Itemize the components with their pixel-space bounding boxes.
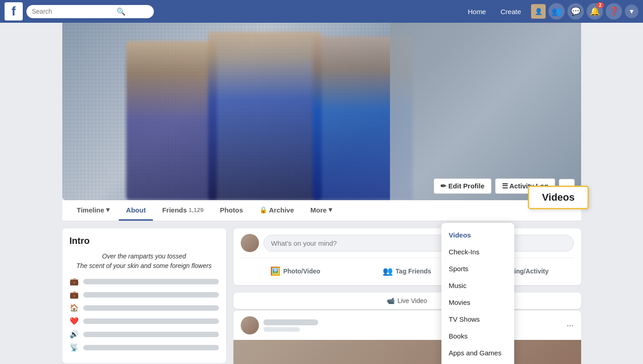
- top-navigation: f 🔍 Home Create 👤 👥 💬 🔔 2 ❓ ▼: [0, 0, 643, 23]
- intro-title: Intro: [70, 236, 219, 246]
- dropdown-item-likes[interactable]: Likes: [441, 361, 514, 364]
- profile-tabs-bar: Timeline ▾ About Friends 1,129 Photos 🔒 …: [62, 200, 581, 221]
- page-wrap: ✏ Edit Profile ☰ Activity Log ··· Timeli…: [0, 0, 643, 364]
- tab-archive[interactable]: 🔒 Archive: [252, 201, 301, 221]
- feed-post-user: [241, 316, 318, 334]
- intro-row-6: 📡: [70, 343, 219, 352]
- heart-icon: ❤️: [70, 317, 79, 325]
- intro-work-blur: [83, 279, 219, 284]
- tab-friends-label: Friends: [162, 206, 187, 214]
- tab-more-label: More: [310, 206, 327, 214]
- search-bar[interactable]: 🔍: [26, 5, 154, 18]
- dropdown-item-music[interactable]: Music: [441, 277, 514, 294]
- videos-tooltip-label: Videos: [542, 192, 575, 203]
- intro-row-4: ❤️: [70, 317, 219, 325]
- dropdown-item-sports[interactable]: Sports: [441, 260, 514, 277]
- cover-figure-1: [126, 41, 217, 200]
- dropdown-item-checkins[interactable]: Check-Ins: [441, 243, 514, 260]
- photo-video-label: Photo/Video: [283, 268, 320, 275]
- cover-bg-right: [390, 23, 581, 200]
- friends-icon-btn[interactable]: 👥: [548, 3, 565, 20]
- photo-icon: 🖼️: [270, 266, 280, 276]
- nav-icons: 👤 👥 💬 🔔 2 ❓ ▼: [531, 3, 638, 20]
- cover-figure-2: [208, 32, 322, 200]
- rss-icon: 📡: [70, 343, 79, 352]
- facebook-logo: f: [5, 2, 23, 20]
- tag-icon: 👥: [383, 266, 393, 276]
- lock-icon: 🔒: [259, 206, 267, 213]
- feed-time-blur: [263, 327, 300, 332]
- briefcase2-icon: 💼: [70, 290, 79, 299]
- home-icon: 🏠: [70, 303, 79, 312]
- dropdown-item-apps[interactable]: Apps and Games: [441, 344, 514, 361]
- help-icon-btn[interactable]: ❓: [606, 3, 622, 20]
- chevron-more-icon: ▾: [329, 206, 332, 214]
- intro-relationship-blur: [83, 318, 219, 324]
- feed-post-thumbnail: [233, 340, 581, 364]
- chevron-down-icon: ▾: [106, 206, 110, 214]
- tab-timeline-label: Timeline: [77, 206, 105, 214]
- cover-photo: ✏ Edit Profile ☰ Activity Log ···: [62, 23, 581, 200]
- tab-about-label: About: [126, 206, 146, 214]
- feed-username-blur: [263, 319, 318, 325]
- intro-row-5: 🔊: [70, 330, 219, 339]
- nav-create[interactable]: Create: [494, 4, 527, 19]
- intro-row-1: 💼: [70, 277, 219, 286]
- account-dropdown-btn[interactable]: ▼: [625, 5, 638, 18]
- intro-bio: Over the ramparts you tossed The scent o…: [70, 252, 219, 271]
- search-icon[interactable]: 🔍: [116, 7, 126, 16]
- volume-icon: 🔊: [70, 330, 79, 339]
- tab-about[interactable]: About: [119, 201, 153, 221]
- tag-friends-label: Tag Friends: [395, 268, 431, 275]
- briefcase-icon: 💼: [70, 277, 79, 286]
- photo-video-button[interactable]: 🖼️ Photo/Video: [241, 263, 350, 280]
- dropdown-item-tvshows[interactable]: TV Shows: [441, 311, 514, 328]
- feed-user-info: [263, 319, 318, 332]
- create-post-row: [241, 234, 574, 252]
- intro-bio-line1: Over the ramparts you tossed: [102, 253, 186, 260]
- more-dropdown: Videos Check-Ins Sports Music Movies TV …: [441, 223, 514, 364]
- dropdown-item-books[interactable]: Books: [441, 328, 514, 344]
- videos-tooltip: Videos: [528, 186, 589, 209]
- account-avatar[interactable]: 👤: [531, 4, 546, 19]
- create-post-card: 🖼️ Photo/Video 👥 Tag Friends 😊 Feeling/A…: [233, 228, 581, 285]
- search-input[interactable]: [32, 8, 114, 15]
- live-icon: 📹: [387, 297, 395, 304]
- live-video-row[interactable]: 📹 Live Video: [233, 293, 581, 309]
- nav-home[interactable]: Home: [461, 4, 492, 19]
- intro-home-blur: [83, 305, 219, 311]
- edit-profile-button[interactable]: ✏ Edit Profile: [434, 178, 491, 194]
- cover-section: ✏ Edit Profile ☰ Activity Log ··· Timeli…: [62, 23, 581, 221]
- tab-timeline[interactable]: Timeline ▾: [70, 200, 117, 221]
- feed-post-header: ···: [233, 311, 581, 340]
- feed-avatar: [241, 316, 259, 334]
- profile-tabs: Timeline ▾ About Friends 1,129 Photos 🔒 …: [62, 200, 581, 221]
- intro-work2-blur: [83, 292, 219, 298]
- post-input[interactable]: [263, 235, 574, 252]
- intro-row-3: 🏠: [70, 303, 219, 312]
- tab-photos[interactable]: Photos: [213, 201, 250, 221]
- dropdown-item-movies[interactable]: Movies: [441, 294, 514, 311]
- tab-photos-label: Photos: [220, 206, 243, 214]
- live-video-label: Live Video: [397, 297, 427, 304]
- tab-friends[interactable]: Friends 1,129: [155, 201, 211, 221]
- nav-links: Home Create: [461, 4, 527, 19]
- notification-badge: 2: [597, 2, 604, 8]
- messenger-icon-btn[interactable]: 💬: [567, 3, 584, 20]
- tab-friends-count: 1,129: [189, 207, 204, 213]
- right-column: 🖼️ Photo/Video 👥 Tag Friends 😊 Feeling/A…: [233, 228, 581, 364]
- post-actions: 🖼️ Photo/Video 👥 Tag Friends 😊 Feeling/A…: [241, 258, 574, 280]
- tab-archive-label: Archive: [269, 206, 294, 214]
- intro-card: Intro Over the ramparts you tossed The s…: [62, 228, 226, 364]
- dropdown-item-videos[interactable]: Videos: [441, 227, 514, 243]
- intro-bio-line2: The scent of your skin and some foreign …: [76, 262, 212, 269]
- intro-row-2: 💼: [70, 290, 219, 299]
- intro-music-blur: [83, 332, 219, 337]
- left-column: Intro Over the ramparts you tossed The s…: [62, 228, 226, 364]
- feed-post-menu-button[interactable]: ···: [567, 321, 573, 330]
- intro-other-blur: [83, 345, 219, 350]
- post-avatar: [241, 234, 259, 252]
- feed-post: ··· Testing video.: [233, 311, 581, 364]
- tab-more[interactable]: More ▾: [303, 200, 339, 221]
- notifications-icon-btn[interactable]: 🔔 2: [587, 3, 603, 20]
